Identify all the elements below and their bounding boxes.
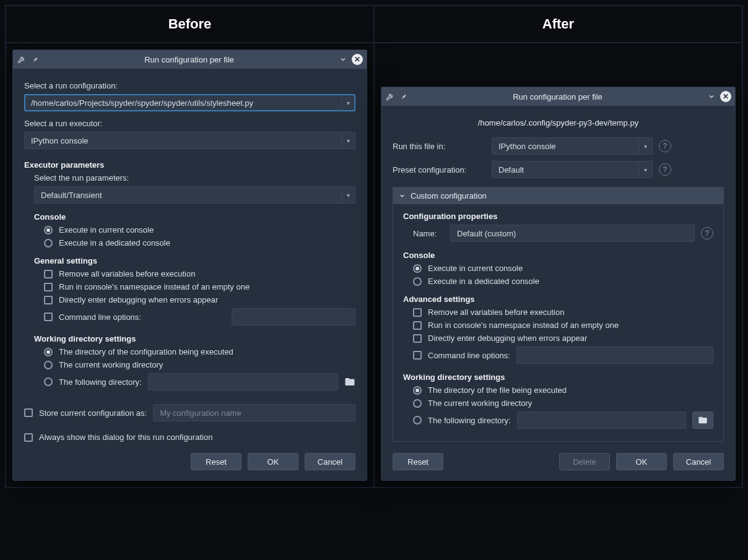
radio-icon [44,226,53,235]
radio-exec-dedicated-label: Execute in a dedicated console [59,238,170,248]
run-in-select[interactable]: IPython console ▾ [492,137,653,155]
file-path-label: /home/carlos/.config/spyder-py3-dev/temp… [393,118,724,127]
radio-icon [413,264,422,273]
run-config-select[interactable]: /home/carlos/Projects/spyder/spyder/spyd… [24,94,355,111]
ok-button-after[interactable]: OK [616,453,667,470]
adv-settings-heading: Advanced settings [403,295,713,304]
check-remove-vars-after[interactable]: Remove all variables before execution [413,308,713,317]
checkbox-icon [44,283,53,291]
wd-heading-after: Working directory settings [403,373,713,382]
check-debug-errors-after[interactable]: Directly enter debugging when errors app… [413,334,713,343]
check-always-show[interactable]: Always show this dialog for this run con… [24,433,355,442]
store-as-input[interactable] [153,404,355,421]
cancel-button[interactable]: Cancel [305,453,355,470]
check-remove-vars-label: Remove all variables before execution [59,269,195,278]
select-params-label: Select the run parameters: [24,173,355,183]
preset-select[interactable]: Default ▾ [492,161,653,178]
console-heading-after: Console [403,251,713,260]
radio-wd-cwd[interactable]: The current working directory [44,360,355,369]
dialog-title-before: Run configuration per file [44,55,334,64]
cmdline-input-after[interactable] [516,347,713,364]
wrench-icon [17,54,27,64]
pin-icon[interactable] [30,54,40,64]
radio-wd-cwd-label: The current working directory [59,360,163,369]
config-props-heading: Configuration properties [403,212,713,221]
check-cmdline-label: Command line options: [59,312,141,322]
radio-exec-current-label: Execute in current console [59,225,154,235]
run-executor-value: IPython console [25,136,341,145]
close-icon[interactable]: ✕ [720,91,731,102]
radio-exec-current[interactable]: Execute in current console [44,225,355,235]
cancel-button-after[interactable]: Cancel [673,453,724,470]
radio-exec-dedicated-after[interactable]: Execute in a dedicated console [413,277,713,286]
chevron-down-icon: ▾ [341,95,355,111]
help-icon[interactable]: ? [659,163,671,176]
chevron-down-icon: ▾ [638,138,652,154]
radio-wd-cwd-after-label: The current working directory [428,398,532,408]
delete-button: Delete [559,453,610,470]
check-debug-errors-label: Directly enter debugging when errors app… [59,295,218,304]
check-run-ns[interactable]: Run in console's namespace instead of an… [44,282,355,291]
radio-wd-config[interactable]: The directory of the configuration being… [44,347,355,356]
check-run-ns-after[interactable]: Run in console's namespace instead of an… [413,321,713,330]
radio-exec-dedicated[interactable]: Execute in a dedicated console [44,238,355,248]
check-always-show-label: Always show this dialog for this run con… [39,433,212,442]
select-config-label: Select a run configuration: [24,81,355,90]
check-remove-vars[interactable]: Remove all variables before execution [44,269,355,278]
custom-config-toggle[interactable]: Custom configuration [393,187,724,204]
radio-wd-cwd-after[interactable]: The current working directory [413,398,713,408]
check-cmdline-after[interactable]: Command line options: [413,347,713,364]
checkbox-icon [413,334,422,343]
name-input[interactable] [450,225,695,242]
run-config-value: /home/carlos/Projects/spyder/spyder/spyd… [25,98,341,108]
radio-wd-following-after[interactable]: The following directory: [413,411,713,429]
browse-folder-button[interactable] [692,411,713,429]
wd-path-input[interactable] [148,373,338,390]
wd-path-input-after[interactable] [517,411,686,429]
help-icon[interactable]: ? [701,227,713,239]
chevron-down-icon[interactable] [707,92,716,101]
dialog-title-after: Run configuration per file [412,92,703,101]
checkbox-icon [44,312,53,321]
check-cmdline[interactable]: Command line options: [44,308,355,325]
check-remove-vars-after-label: Remove all variables before execution [428,308,564,317]
preset-value: Default [492,165,638,174]
after-header: After [374,6,742,43]
chevron-down-icon [399,192,406,199]
radio-wd-following-after-label: The following directory: [428,416,511,425]
preset-label: Preset configuration: [393,165,485,174]
run-in-value: IPython console [492,142,638,151]
executor-params-heading: Executor parameters [24,160,355,170]
ok-button[interactable]: OK [248,453,298,470]
reset-button[interactable]: Reset [191,453,241,470]
run-executor-select[interactable]: IPython console ▾ [24,132,355,149]
before-header: Before [6,6,374,43]
folder-icon[interactable] [344,376,355,387]
dialog-titlebar-after: Run configuration per file ✕ [381,87,735,106]
checkbox-icon [413,308,422,317]
chevron-down-icon: ▾ [341,132,355,149]
checkbox-icon [24,408,33,417]
radio-icon [413,416,422,424]
cmdline-input[interactable] [232,308,355,325]
radio-wd-file[interactable]: The directory of the file being executed [413,386,713,395]
close-icon[interactable]: ✕ [352,54,363,65]
checkbox-icon [24,433,33,442]
chevron-down-icon[interactable] [338,54,348,64]
check-debug-errors[interactable]: Directly enter debugging when errors app… [44,295,355,304]
radio-wd-following[interactable]: The following directory: [44,373,355,390]
custom-config-label: Custom configuration [411,191,487,200]
pin-icon[interactable] [399,92,409,101]
check-store-as[interactable]: Store current configuration as: [24,404,355,421]
radio-icon [44,377,53,386]
check-store-as-label: Store current configuration as: [39,408,147,418]
help-icon[interactable]: ? [659,140,671,152]
radio-icon [44,239,53,248]
radio-icon [44,361,53,369]
wrench-icon [385,92,395,101]
radio-exec-current-after[interactable]: Execute in current console [413,264,713,273]
run-params-select[interactable]: Default/Transient ▾ [34,186,355,204]
radio-exec-current-after-label: Execute in current console [428,264,523,273]
after-panel: Run configuration per file ✕ /home/carlo… [374,43,742,488]
reset-button-after[interactable]: Reset [393,453,443,470]
